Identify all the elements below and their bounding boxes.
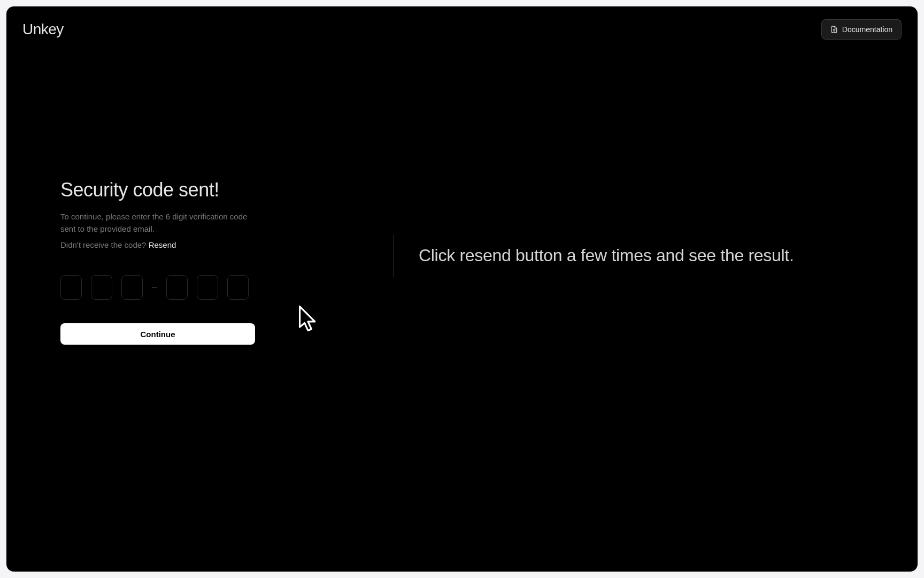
otp-container xyxy=(60,275,256,300)
cursor-icon xyxy=(298,305,318,331)
otp-digit-1[interactable] xyxy=(60,275,82,300)
otp-digit-2[interactable] xyxy=(91,275,112,300)
header: Unkey Documentation xyxy=(6,6,918,52)
otp-digit-6[interactable] xyxy=(227,275,249,300)
otp-digit-4[interactable] xyxy=(166,275,188,300)
documentation-button[interactable]: Documentation xyxy=(821,19,902,40)
page-title: Security code sent! xyxy=(60,179,256,201)
verification-panel: Security code sent! To continue, please … xyxy=(60,179,256,345)
document-icon xyxy=(830,26,838,33)
continue-button[interactable]: Continue xyxy=(60,323,255,345)
logo: Unkey xyxy=(22,21,64,38)
verification-description: To continue, please enter the 6 digit ve… xyxy=(60,211,256,235)
otp-digit-3[interactable] xyxy=(121,275,143,300)
otp-digit-5[interactable] xyxy=(197,275,218,300)
instruction-text: Click resend button a few times and see … xyxy=(419,244,794,267)
documentation-label: Documentation xyxy=(842,25,892,34)
app-window: Unkey Documentation Security code sent! … xyxy=(6,6,918,572)
otp-separator xyxy=(152,287,157,288)
resend-prompt: Didn't receive the code? xyxy=(60,240,149,249)
resend-line: Didn't receive the code? Resend xyxy=(60,240,256,249)
resend-link[interactable]: Resend xyxy=(149,240,176,249)
instruction-panel: Click resend button a few times and see … xyxy=(394,234,794,277)
